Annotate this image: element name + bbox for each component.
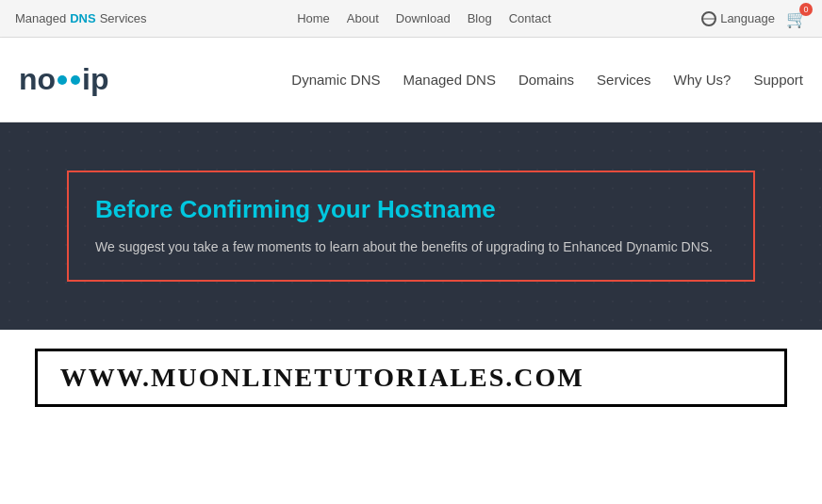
main-nav: no ip Dynamic DNS Managed DNS Domains Se… xyxy=(0,38,822,122)
dns-label: DNS xyxy=(70,11,95,25)
main-nav-links: Dynamic DNS Managed DNS Domains Services… xyxy=(291,72,803,88)
nav-dynamic-dns[interactable]: Dynamic DNS xyxy=(291,72,380,88)
top-bar-brand: Managed DNS Services xyxy=(15,11,147,25)
nav-managed-dns[interactable]: Managed DNS xyxy=(403,72,496,88)
nav-about[interactable]: About xyxy=(347,11,379,25)
watermark-section: WWW.MUONLINETUTORIALES.COM xyxy=(0,330,822,426)
logo-ip: ip xyxy=(82,62,108,97)
logo-dot2 xyxy=(71,75,80,85)
hero-body: We suggest you take a few moments to lea… xyxy=(95,237,727,257)
nav-domains[interactable]: Domains xyxy=(518,72,574,88)
logo-no: no xyxy=(19,62,56,97)
hero-heading: Before Confirming your Hostname xyxy=(95,195,727,224)
nav-contact[interactable]: Contact xyxy=(509,11,551,25)
language-label: Language xyxy=(720,11,775,25)
top-bar: Managed DNS Services Home About Download… xyxy=(0,0,822,38)
nav-why-us[interactable]: Why Us? xyxy=(674,72,732,88)
cart-button[interactable]: 🛒 0 xyxy=(786,8,807,29)
cart-badge: 0 xyxy=(799,3,813,16)
nav-services[interactable]: Services xyxy=(597,72,651,88)
services-label: Services xyxy=(100,11,147,25)
managed-label: Managed xyxy=(15,11,66,25)
top-bar-nav: Home About Download Blog Contact xyxy=(297,11,551,25)
globe-icon xyxy=(701,11,716,26)
content-box: Before Confirming your Hostname We sugge… xyxy=(67,171,755,282)
watermark-box: WWW.MUONLINETUTORIALES.COM xyxy=(35,349,788,407)
logo-dot1 xyxy=(58,75,67,85)
hero-section: Before Confirming your Hostname We sugge… xyxy=(0,122,822,330)
nav-blog[interactable]: Blog xyxy=(468,11,492,25)
watermark-text: WWW.MUONLINETUTORIALES.COM xyxy=(60,363,584,392)
nav-home[interactable]: Home xyxy=(297,11,330,25)
nav-support[interactable]: Support xyxy=(753,72,803,88)
nav-download[interactable]: Download xyxy=(396,11,451,25)
top-bar-right: Language 🛒 0 xyxy=(701,8,807,29)
logo[interactable]: no ip xyxy=(19,62,109,97)
language-button[interactable]: Language xyxy=(701,11,775,26)
